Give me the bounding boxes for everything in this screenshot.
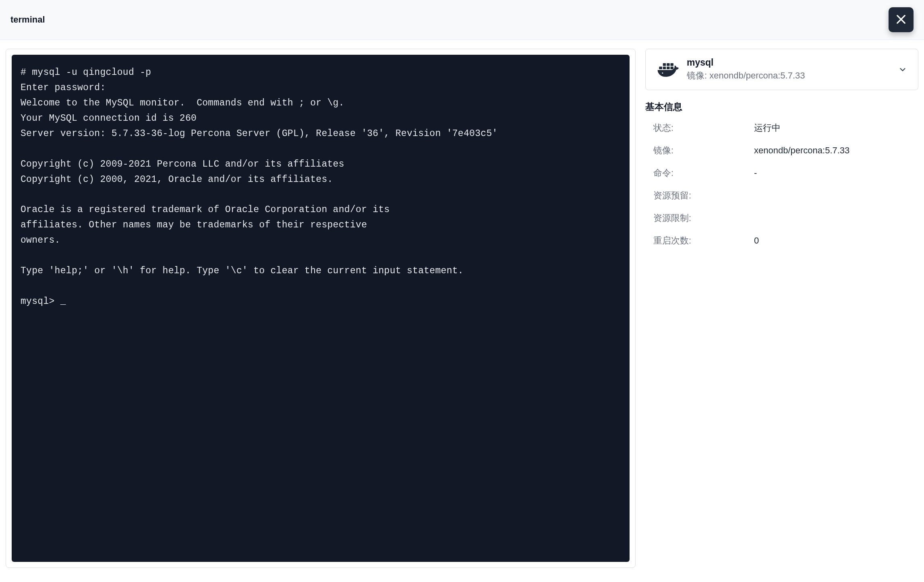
section-title: 基本信息 xyxy=(645,101,918,113)
terminal-viewport[interactable]: # mysql -u qingcloud -p Enter password: … xyxy=(12,55,630,562)
svg-point-9 xyxy=(662,72,663,73)
info-label: 重启次数: xyxy=(645,235,754,247)
close-icon xyxy=(895,13,907,27)
info-row-image: 镜像: xenondb/percona:5.7.33 xyxy=(645,144,918,157)
container-summary-card[interactable]: mysql 镜像: xenondb/percona:5.7.33 xyxy=(645,49,918,90)
info-row-resource-limit: 资源限制: xyxy=(645,212,918,224)
info-label: 镜像: xyxy=(645,144,754,157)
info-value: - xyxy=(754,168,757,178)
info-row-resource-reserve: 资源预留: xyxy=(645,190,918,202)
info-value: 0 xyxy=(754,235,759,246)
svg-rect-7 xyxy=(667,63,670,66)
container-name: mysql xyxy=(687,57,890,68)
info-label: 命令: xyxy=(645,167,754,179)
header-bar: terminal xyxy=(0,0,924,40)
info-row-command: 命令: - xyxy=(645,167,918,179)
close-button[interactable] xyxy=(889,7,914,32)
side-panel: mysql 镜像: xenondb/percona:5.7.33 基本信息 状态… xyxy=(645,49,918,568)
info-label: 资源限制: xyxy=(645,212,754,224)
svg-rect-5 xyxy=(671,66,674,69)
svg-rect-3 xyxy=(663,66,666,69)
info-label: 资源预留: xyxy=(645,190,754,202)
info-row-status: 状态: 运行中 xyxy=(645,122,918,134)
docker-icon xyxy=(655,58,680,82)
info-value: xenondb/percona:5.7.33 xyxy=(754,145,849,156)
svg-rect-2 xyxy=(659,66,662,69)
chevron-down-icon xyxy=(897,64,908,75)
container-card-text: mysql 镜像: xenondb/percona:5.7.33 xyxy=(687,57,890,82)
info-label: 状态: xyxy=(645,122,754,134)
svg-rect-6 xyxy=(663,63,666,66)
terminal-output: # mysql -u qingcloud -p Enter password: … xyxy=(21,65,621,310)
container-sub: 镜像: xenondb/percona:5.7.33 xyxy=(687,70,890,82)
container-sub-value: xenondb/percona:5.7.33 xyxy=(709,70,805,80)
svg-rect-8 xyxy=(671,63,674,66)
info-row-restart-count: 重启次数: 0 xyxy=(645,235,918,247)
info-value: 运行中 xyxy=(754,122,781,134)
content-area: # mysql -u qingcloud -p Enter password: … xyxy=(0,40,924,580)
terminal-panel: # mysql -u qingcloud -p Enter password: … xyxy=(6,49,636,568)
container-sub-prefix: 镜像: xyxy=(687,70,709,80)
svg-rect-4 xyxy=(667,66,670,69)
info-list: 状态: 运行中 镜像: xenondb/percona:5.7.33 命令: -… xyxy=(645,122,918,247)
page-title: terminal xyxy=(10,14,45,25)
